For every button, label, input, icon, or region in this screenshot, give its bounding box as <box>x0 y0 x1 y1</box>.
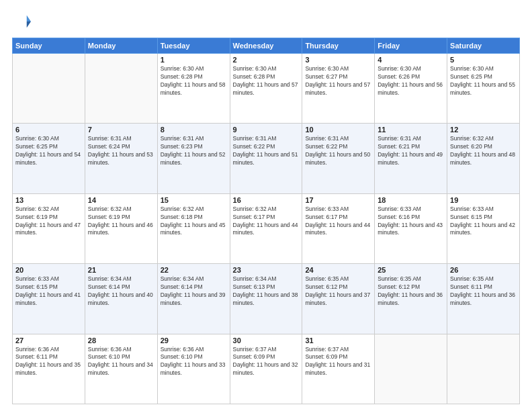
day-number: 6 <box>15 126 82 134</box>
day-number: 23 <box>233 266 300 274</box>
day-number: 18 <box>378 196 444 204</box>
calendar-cell: 1Sunrise: 6:30 AM Sunset: 6:28 PM Daylig… <box>157 54 230 124</box>
weekday-header-thursday: Thursday <box>302 38 375 54</box>
day-info: Sunrise: 6:37 AM Sunset: 6:09 PM Dayligh… <box>305 346 371 378</box>
day-info: Sunrise: 6:30 AM Sunset: 6:27 PM Dayligh… <box>305 65 371 97</box>
day-info: Sunrise: 6:35 AM Sunset: 6:12 PM Dayligh… <box>378 275 444 308</box>
svg-marker-0 <box>27 15 31 21</box>
calendar-cell: 21Sunrise: 6:34 AM Sunset: 6:14 PM Dayli… <box>85 264 157 334</box>
day-info: Sunrise: 6:32 AM Sunset: 6:19 PM Dayligh… <box>88 205 154 238</box>
day-number: 24 <box>305 266 371 274</box>
logo-icon <box>12 12 31 31</box>
day-number: 7 <box>88 126 154 134</box>
calendar-week-row: 1Sunrise: 6:30 AM Sunset: 6:28 PM Daylig… <box>13 54 520 124</box>
day-number: 12 <box>450 126 517 134</box>
calendar-cell: 24Sunrise: 6:35 AM Sunset: 6:12 PM Dayli… <box>302 264 375 334</box>
page: SundayMondayTuesdayWednesdayThursdayFrid… <box>0 0 532 411</box>
day-number: 28 <box>88 336 154 345</box>
day-number: 5 <box>450 56 517 64</box>
weekday-header-wednesday: Wednesday <box>230 38 302 54</box>
day-info: Sunrise: 6:31 AM Sunset: 6:22 PM Dayligh… <box>233 135 300 167</box>
day-number: 4 <box>378 56 444 64</box>
day-number: 16 <box>233 196 300 204</box>
day-number: 8 <box>161 126 227 134</box>
day-info: Sunrise: 6:35 AM Sunset: 6:12 PM Dayligh… <box>305 275 371 308</box>
weekday-header-saturday: Saturday <box>447 38 520 54</box>
day-number: 11 <box>378 126 444 134</box>
calendar-table: SundayMondayTuesdayWednesdayThursdayFrid… <box>12 38 520 404</box>
day-number: 27 <box>15 336 82 345</box>
calendar-cell: 18Sunrise: 6:33 AM Sunset: 6:16 PM Dayli… <box>375 193 447 263</box>
day-info: Sunrise: 6:32 AM Sunset: 6:18 PM Dayligh… <box>161 205 227 238</box>
day-info: Sunrise: 6:30 AM Sunset: 6:25 PM Dayligh… <box>450 65 517 97</box>
calendar-cell: 14Sunrise: 6:32 AM Sunset: 6:19 PM Dayli… <box>85 193 157 263</box>
calendar-cell: 4Sunrise: 6:30 AM Sunset: 6:26 PM Daylig… <box>375 54 447 124</box>
day-number: 15 <box>161 196 227 204</box>
calendar-cell <box>13 54 85 124</box>
day-info: Sunrise: 6:35 AM Sunset: 6:11 PM Dayligh… <box>450 275 517 308</box>
calendar-cell: 9Sunrise: 6:31 AM Sunset: 6:22 PM Daylig… <box>230 124 302 193</box>
calendar-cell: 19Sunrise: 6:33 AM Sunset: 6:15 PM Dayli… <box>447 193 520 263</box>
weekday-header-sunday: Sunday <box>13 38 85 54</box>
day-info: Sunrise: 6:33 AM Sunset: 6:15 PM Dayligh… <box>450 205 517 238</box>
day-number: 29 <box>161 336 227 345</box>
day-number: 21 <box>88 266 154 274</box>
calendar-week-row: 20Sunrise: 6:33 AM Sunset: 6:15 PM Dayli… <box>13 264 520 334</box>
day-number: 3 <box>305 56 371 64</box>
day-info: Sunrise: 6:31 AM Sunset: 6:24 PM Dayligh… <box>88 135 154 167</box>
day-number: 14 <box>88 196 154 204</box>
day-info: Sunrise: 6:34 AM Sunset: 6:14 PM Dayligh… <box>161 275 227 308</box>
day-info: Sunrise: 6:34 AM Sunset: 6:14 PM Dayligh… <box>88 275 154 308</box>
calendar-cell: 13Sunrise: 6:32 AM Sunset: 6:19 PM Dayli… <box>13 193 85 263</box>
day-info: Sunrise: 6:33 AM Sunset: 6:17 PM Dayligh… <box>305 205 371 238</box>
calendar-cell: 15Sunrise: 6:32 AM Sunset: 6:18 PM Dayli… <box>157 193 230 263</box>
day-number: 10 <box>305 126 371 134</box>
calendar-cell: 16Sunrise: 6:32 AM Sunset: 6:17 PM Dayli… <box>230 193 302 263</box>
calendar-cell: 31Sunrise: 6:37 AM Sunset: 6:09 PM Dayli… <box>302 334 375 404</box>
day-number: 1 <box>161 56 227 64</box>
day-info: Sunrise: 6:37 AM Sunset: 6:09 PM Dayligh… <box>233 346 300 378</box>
day-info: Sunrise: 6:34 AM Sunset: 6:13 PM Dayligh… <box>233 275 300 308</box>
calendar-cell: 11Sunrise: 6:31 AM Sunset: 6:21 PM Dayli… <box>375 124 447 193</box>
day-info: Sunrise: 6:31 AM Sunset: 6:23 PM Dayligh… <box>161 135 227 167</box>
calendar-week-row: 13Sunrise: 6:32 AM Sunset: 6:19 PM Dayli… <box>13 193 520 263</box>
day-number: 26 <box>450 266 517 274</box>
day-info: Sunrise: 6:32 AM Sunset: 6:19 PM Dayligh… <box>15 205 82 238</box>
calendar-cell: 6Sunrise: 6:30 AM Sunset: 6:25 PM Daylig… <box>13 124 85 193</box>
header <box>12 12 520 31</box>
calendar-week-row: 27Sunrise: 6:36 AM Sunset: 6:11 PM Dayli… <box>13 334 520 404</box>
calendar-cell <box>85 54 157 124</box>
day-info: Sunrise: 6:30 AM Sunset: 6:28 PM Dayligh… <box>161 65 227 97</box>
calendar-week-row: 6Sunrise: 6:30 AM Sunset: 6:25 PM Daylig… <box>13 124 520 193</box>
day-number: 31 <box>305 336 371 345</box>
calendar-cell: 29Sunrise: 6:36 AM Sunset: 6:10 PM Dayli… <box>157 334 230 404</box>
calendar-cell: 17Sunrise: 6:33 AM Sunset: 6:17 PM Dayli… <box>302 193 375 263</box>
weekday-header-friday: Friday <box>375 38 447 54</box>
day-info: Sunrise: 6:36 AM Sunset: 6:10 PM Dayligh… <box>161 346 227 378</box>
day-info: Sunrise: 6:33 AM Sunset: 6:16 PM Dayligh… <box>378 205 444 238</box>
day-info: Sunrise: 6:31 AM Sunset: 6:22 PM Dayligh… <box>305 135 371 167</box>
logo <box>12 12 34 31</box>
calendar-cell: 8Sunrise: 6:31 AM Sunset: 6:23 PM Daylig… <box>157 124 230 193</box>
calendar-cell: 2Sunrise: 6:30 AM Sunset: 6:28 PM Daylig… <box>230 54 302 124</box>
day-info: Sunrise: 6:30 AM Sunset: 6:28 PM Dayligh… <box>233 65 300 97</box>
day-info: Sunrise: 6:33 AM Sunset: 6:15 PM Dayligh… <box>15 275 82 308</box>
day-info: Sunrise: 6:30 AM Sunset: 6:26 PM Dayligh… <box>378 65 444 97</box>
day-number: 25 <box>378 266 444 274</box>
calendar-cell: 22Sunrise: 6:34 AM Sunset: 6:14 PM Dayli… <box>157 264 230 334</box>
calendar-cell: 28Sunrise: 6:36 AM Sunset: 6:10 PM Dayli… <box>85 334 157 404</box>
calendar-cell <box>447 334 520 404</box>
calendar-cell: 23Sunrise: 6:34 AM Sunset: 6:13 PM Dayli… <box>230 264 302 334</box>
weekday-header-tuesday: Tuesday <box>157 38 230 54</box>
day-info: Sunrise: 6:36 AM Sunset: 6:10 PM Dayligh… <box>88 346 154 378</box>
calendar-cell: 20Sunrise: 6:33 AM Sunset: 6:15 PM Dayli… <box>13 264 85 334</box>
day-number: 13 <box>15 196 82 204</box>
day-number: 17 <box>305 196 371 204</box>
day-number: 2 <box>233 56 300 64</box>
calendar-cell: 26Sunrise: 6:35 AM Sunset: 6:11 PM Dayli… <box>447 264 520 334</box>
day-info: Sunrise: 6:32 AM Sunset: 6:17 PM Dayligh… <box>233 205 300 238</box>
calendar-cell: 3Sunrise: 6:30 AM Sunset: 6:27 PM Daylig… <box>302 54 375 124</box>
calendar-cell <box>375 334 447 404</box>
calendar-cell: 12Sunrise: 6:32 AM Sunset: 6:20 PM Dayli… <box>447 124 520 193</box>
weekday-header-row: SundayMondayTuesdayWednesdayThursdayFrid… <box>13 38 520 54</box>
